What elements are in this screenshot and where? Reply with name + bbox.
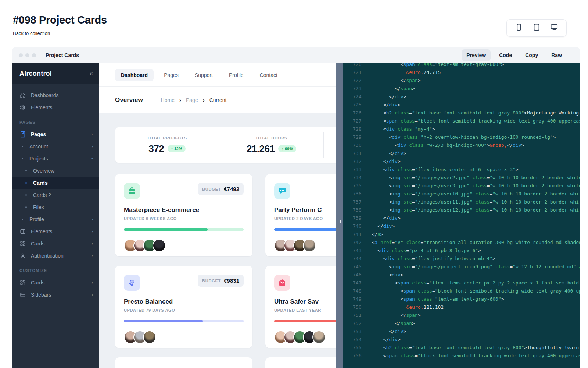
line-number: 729 <box>343 133 362 141</box>
avatar-group <box>274 330 336 344</box>
top-navigation: DashboardPagesSupportProfileContact <box>99 63 336 87</box>
user-icon <box>19 252 26 259</box>
sidebar-item-cards[interactable]: Cards› <box>12 237 99 250</box>
tab-dashboard[interactable]: Dashboard <box>115 69 154 81</box>
line-number: 738 <box>343 206 362 214</box>
back-to-collection-link[interactable]: Back to collection <box>13 31 50 36</box>
up-arrow-icon: ↑ <box>282 146 284 151</box>
code-line: 738 <img src="/images/user12.jpg" class=… <box>343 206 580 214</box>
code-line: 736 <img src="/images/user10.jpg" class=… <box>343 190 580 198</box>
app-sidebar: Aircontrol « DashboardsElementsPAGESPage… <box>12 63 99 368</box>
stat-delta-badge: ↑ 69% <box>278 145 296 152</box>
sidebar-item-dashboards[interactable]: Dashboards <box>12 89 99 101</box>
breadcrumb-item[interactable]: Current <box>209 97 227 103</box>
code-line: 745 <img src="/images/project-icon9.png"… <box>343 263 580 271</box>
project-title: Presto Balanced <box>124 298 244 305</box>
action-code-button[interactable]: Code <box>494 49 517 61</box>
tab-support[interactable]: Support <box>189 69 219 81</box>
code-line: 733 <div class="flex items-center mt-6 -… <box>343 166 580 174</box>
project-card[interactable]: Party Perform C UPDATED 2 DAYS AGO <box>265 174 336 256</box>
breadcrumb-item[interactable]: Home <box>161 97 175 103</box>
action-preview-button[interactable]: Preview <box>462 49 491 61</box>
mobile-icon[interactable] <box>515 23 523 33</box>
sidebar-item-account[interactable]: Account› <box>12 140 99 152</box>
line-number: 723 <box>343 85 362 93</box>
code-line: 727 <span class="block font-semibold tra… <box>343 117 580 125</box>
bullet-icon <box>22 219 23 220</box>
columns-icon <box>19 228 26 235</box>
code-line: 744 <div class="flex justify-between mb-… <box>343 255 580 263</box>
code-line: 737 <img src="/images/user11.jpg" class=… <box>343 198 580 206</box>
stat-label: TOTAL HOURS <box>219 136 323 140</box>
code-line: 750 &euro;121.102 <box>343 303 580 311</box>
chevron-right-icon: › <box>92 241 93 246</box>
project-card[interactable]: BUDGET €7492 Masterpiece E-commerce UPDA… <box>115 174 252 256</box>
sidebar-item-cards-2[interactable]: Cards 2 <box>12 189 99 201</box>
sidebar-item-overview[interactable]: Overview <box>12 164 99 177</box>
line-number: 721 <box>343 68 362 77</box>
sidebar-item-elements[interactable]: Elements› <box>12 225 99 237</box>
bullet-icon <box>22 158 23 159</box>
avatar <box>153 239 166 252</box>
line-number: 747 <box>343 279 362 287</box>
grip-icon <box>338 220 341 223</box>
code-editor-panel[interactable]: 720 <span class="text-sm text-gray-600">… <box>343 63 580 368</box>
brand-logo: Aircontrol <box>19 70 52 78</box>
line-number: 749 <box>343 295 362 303</box>
action-raw-button[interactable]: Raw <box>546 49 567 61</box>
code-line: 756 <span class="block font-semibold tra… <box>343 352 580 360</box>
budget-badge: BUDGET €7492 <box>198 183 244 195</box>
avatar-group <box>124 239 244 252</box>
line-number: 748 <box>343 287 362 295</box>
sidebar-section-label: PAGES <box>12 113 99 128</box>
chevron-right-icon: › <box>92 280 93 285</box>
preview-titlebar: Project Cards PreviewCodeCopyRaw <box>12 47 580 63</box>
action-copy-button[interactable]: Copy <box>520 49 543 61</box>
project-card[interactable]: Ultra Safer Sav UPDATED LAST YEAR <box>265 266 336 348</box>
code-line: 724 </div> <box>343 93 580 101</box>
breadcrumb-item[interactable]: Page <box>186 97 198 103</box>
window-dots <box>17 53 36 57</box>
sidebar-item-authentication[interactable]: Authentication› <box>12 250 99 262</box>
code-line: 734 <img src="/images/user2.jpg" class="… <box>343 174 580 182</box>
grid-icon <box>19 240 26 247</box>
tablet-icon[interactable] <box>533 23 541 33</box>
avatar <box>143 330 156 344</box>
pane-resize-handle[interactable] <box>336 63 343 368</box>
page-title: #098 Project Cards <box>13 14 588 26</box>
code-line: 746 <div> <box>343 271 580 279</box>
chevron-down-icon: › <box>89 133 95 135</box>
budget-value: €7492 <box>224 186 239 192</box>
project-card[interactable]: BUDGET €9831 Presto Balanced UPDATED 79 … <box>115 266 252 348</box>
sidebar-item-projects[interactable]: Projects› <box>12 152 99 164</box>
device-preview-toolbar <box>506 19 567 37</box>
line-number: 725 <box>343 101 362 109</box>
code-line: 755 <h2 class="text-base font-semibold t… <box>343 344 580 352</box>
line-number: 735 <box>343 182 362 190</box>
progress-bar <box>124 228 244 231</box>
tab-profile[interactable]: Profile <box>223 69 250 81</box>
code-line: 751 </span> <box>343 311 580 319</box>
sidebar-item-sidebars[interactable]: Sidebars› <box>12 289 99 301</box>
sidebar-item-pages[interactable]: Pages› <box>12 128 99 140</box>
tab-contact[interactable]: Contact <box>254 69 283 81</box>
grid-plus-icon <box>19 279 26 286</box>
code-line: 752 </span> <box>343 319 580 328</box>
sidebar-item-files[interactable]: Files <box>12 201 99 213</box>
sidebar-item-cards[interactable]: Cards <box>12 177 99 189</box>
code-line: 749 <span class="text-sm text-gray-600"> <box>343 295 580 303</box>
code-line: 735 <img src="/images/user3.jpg" class="… <box>343 182 580 190</box>
tab-pages[interactable]: Pages <box>158 69 184 81</box>
line-number: 754 <box>343 336 362 344</box>
sidebar-collapse-icon[interactable]: « <box>90 70 93 77</box>
line-number: 756 <box>343 352 362 360</box>
sidebar-item-elements[interactable]: Elements <box>12 101 99 113</box>
fingerprint-icon <box>124 275 140 291</box>
bullet-icon <box>25 194 27 196</box>
sidebar-item-cards[interactable]: Cards› <box>12 276 99 289</box>
project-title: Party Perform C <box>274 206 336 214</box>
desktop-icon[interactable] <box>550 23 558 33</box>
sidebar-item-profile[interactable]: Profile› <box>12 213 99 225</box>
bullet-icon <box>22 146 23 147</box>
component-name: Project Cards <box>46 52 79 58</box>
